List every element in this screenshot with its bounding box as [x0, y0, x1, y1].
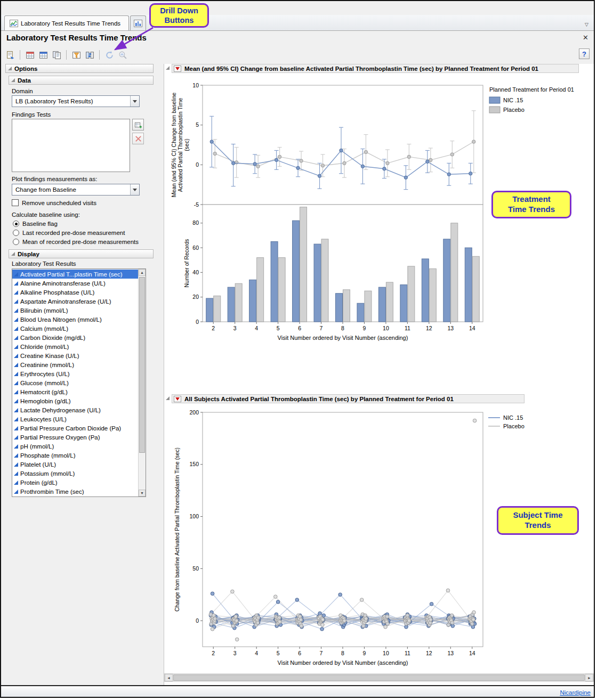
test-list-item[interactable]: Partial Pressure Oxygen (Pa) — [12, 433, 138, 442]
continuous-column-icon — [14, 363, 18, 367]
test-list-item[interactable]: Activated Partial T...plastin Time (sec) — [12, 270, 138, 279]
svg-text:10: 10 — [383, 325, 389, 331]
data-section-header[interactable]: Data — [9, 76, 154, 85]
remove-tests-icon[interactable] — [132, 133, 144, 144]
page-title: Laboratory Test Results Time Trends — [6, 33, 147, 42]
disclosure-triangle-icon[interactable] — [166, 396, 170, 400]
test-list-item[interactable]: pH (mmol/L) — [12, 442, 138, 451]
test-list-item[interactable]: Chloride (mmol/L) — [12, 342, 138, 351]
scroll-up-icon[interactable]: ▲ — [139, 269, 146, 276]
test-name: Activated Partial T...plastin Time (sec) — [20, 271, 123, 278]
radio-icon[interactable] — [13, 221, 19, 227]
test-list-item[interactable]: Platelet (U/L) — [12, 460, 138, 469]
domain-label: Domain — [12, 88, 33, 94]
column-switcher-icon[interactable] — [84, 49, 95, 61]
continuous-column-icon — [14, 453, 18, 458]
remove-unscheduled-checkbox[interactable]: Remove unscheduled visits — [12, 199, 96, 206]
horizontal-scrollbar[interactable]: ◄ ► — [164, 673, 594, 682]
journal-icon[interactable] — [51, 49, 62, 61]
svg-text:Planned Treatment for Period 0: Planned Treatment for Period 01 — [489, 86, 574, 93]
test-list-label: Laboratory Test Results — [12, 261, 76, 267]
tab-chart-report[interactable] — [130, 15, 146, 30]
status-bar: Nicardipine — [1, 685, 595, 698]
data-filter-icon[interactable] — [70, 49, 82, 61]
svg-text:0: 0 — [196, 319, 199, 325]
test-list-item[interactable]: Partial Pressure Carbon Dioxide (Pa) — [12, 424, 138, 433]
tab-overflow-chevron-icon[interactable]: ▽ — [585, 22, 588, 27]
toolbar-separator — [66, 50, 67, 60]
radio-icon[interactable] — [13, 239, 19, 245]
svg-text:40: 40 — [192, 269, 199, 275]
baseline-radio-2[interactable]: Mean of recorded pre-dose measurements — [13, 238, 139, 245]
test-list-item[interactable]: Leukocytes (U/L) — [12, 414, 138, 424]
help-button[interactable]: ? — [579, 48, 590, 59]
plot-as-label: Plot findings measurements as: — [12, 176, 97, 182]
test-list-item[interactable]: Carbon Dioxide (mg/dL) — [12, 333, 138, 342]
test-list-item[interactable]: Alkaline Phosphatase (U/L) — [12, 288, 138, 297]
svg-text:Placebo: Placebo — [503, 423, 525, 429]
svg-text:60: 60 — [192, 245, 199, 251]
disclosure-triangle-icon[interactable] — [166, 66, 170, 70]
options-panel: Options Data Domain LB (Laboratory Test … — [3, 64, 162, 685]
disclosure-triangle-icon[interactable] — [11, 78, 15, 82]
test-list-item[interactable]: Hemoglobin (g/dL) — [12, 396, 138, 405]
test-list-item[interactable]: Blood Urea Nitrogen (mmol/L) — [12, 315, 138, 324]
test-name: Hematocrit (g/dL) — [20, 389, 68, 395]
red-triangle-menu[interactable] — [174, 66, 181, 72]
test-list-item[interactable]: Phosphate (mmol/L) — [12, 451, 138, 460]
test-list-item[interactable]: Lactate Dehydrogenase (U/L) — [12, 405, 138, 414]
test-name: Partial Pressure Oxygen (Pa) — [20, 434, 100, 441]
dropdown-arrow-icon[interactable] — [130, 184, 139, 195]
scrollbar-thumb[interactable] — [139, 277, 145, 453]
test-name: Potassium (mmol/L) — [20, 470, 75, 477]
checkbox-icon[interactable] — [12, 199, 19, 206]
baseline-radio-1[interactable]: Last recorded pre-dose measurement — [13, 229, 139, 236]
svg-text:9: 9 — [363, 650, 366, 656]
domain-select[interactable]: LB (Laboratory Test Results) — [12, 95, 140, 107]
test-list-item[interactable]: Erythrocytes (U/L) — [12, 369, 138, 378]
test-list-item[interactable]: Creatinine (mmol/L) — [12, 360, 138, 369]
display-section-header[interactable]: Display — [9, 249, 154, 258]
test-list-item[interactable]: Hematocrit (g/dL) — [12, 387, 138, 396]
summary-table-icon[interactable] — [37, 49, 49, 61]
test-list-item[interactable]: Glucose (mmol/L) — [12, 378, 138, 387]
scroll-left-icon[interactable]: ◄ — [165, 674, 173, 681]
test-list-item[interactable]: Aspartate Aminotransferase (U/L) — [12, 297, 138, 306]
svg-text:Activated Partial Thromboplast: Activated Partial Thromboplastin Time — [177, 98, 183, 192]
test-name: Aspartate Aminotransferase (U/L) — [20, 298, 111, 305]
close-icon[interactable]: ✕ — [583, 34, 588, 42]
add-tests-icon[interactable] — [132, 119, 144, 131]
test-list-scrollbar[interactable]: ▲ ▼ — [138, 269, 146, 496]
new-report-icon[interactable] — [4, 49, 16, 61]
disclosure-triangle-icon[interactable] — [11, 252, 15, 256]
red-triangle-menu[interactable] — [174, 396, 181, 402]
disclosure-triangle-icon[interactable] — [8, 67, 12, 70]
scroll-right-icon[interactable]: ► — [585, 674, 593, 681]
data-table-icon[interactable] — [24, 49, 36, 61]
test-list-item[interactable]: Potassium (mmol/L) — [12, 469, 138, 478]
test-list-item[interactable]: Calcium (mmol/L) — [12, 324, 138, 333]
test-list-item[interactable]: Creatine Kinase (U/L) — [12, 351, 138, 360]
baseline-radio-0[interactable]: Baseline flag — [13, 220, 139, 227]
test-list-item[interactable]: Bilirubin (mmol/L) — [12, 306, 138, 315]
options-header[interactable]: Options — [5, 64, 154, 73]
plot-as-select[interactable]: Change from Baseline — [12, 184, 140, 196]
scroll-down-icon[interactable]: ▼ — [139, 490, 146, 496]
findings-tests-listbox[interactable] — [12, 119, 130, 172]
test-name: Phosphate (mmol/L) — [20, 452, 76, 459]
radio-icon[interactable] — [13, 230, 19, 236]
test-list-item[interactable]: Alanine Aminotransferase (U/L) — [12, 279, 138, 288]
svg-text:3: 3 — [233, 325, 237, 331]
study-link[interactable]: Nicardipine — [560, 689, 591, 696]
test-list-item[interactable]: Prothrombin Time (sec) — [12, 487, 138, 496]
app-window: Laboratory Test Results Time Trends ▽ La… — [0, 0, 595, 698]
radio-label: Last recorded pre-dose measurement — [22, 230, 125, 236]
subject-time-trends-chart[interactable]: 050100150200234567891011121314Change fro… — [170, 406, 585, 672]
tab-lab-results-time-trends[interactable]: Laboratory Test Results Time Trends — [4, 15, 129, 30]
scrollbar-thumb[interactable] — [173, 674, 585, 681]
toolbar — [4, 48, 128, 62]
test-name: Lactate Dehydrogenase (U/L) — [20, 407, 101, 413]
dropdown-arrow-icon[interactable] — [130, 96, 139, 107]
test-list-item[interactable]: Protein (g/dL) — [12, 478, 138, 487]
svg-text:8: 8 — [341, 325, 344, 331]
